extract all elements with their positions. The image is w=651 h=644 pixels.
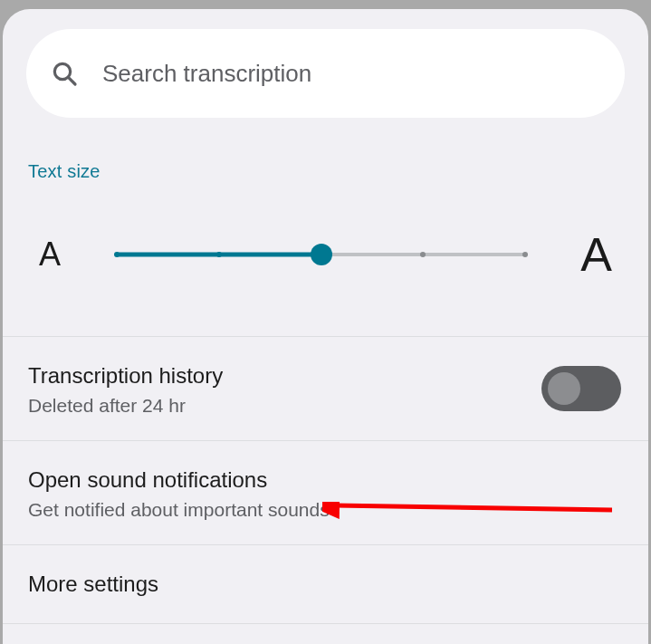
slider-tick bbox=[216, 252, 222, 257]
search-input[interactable] bbox=[102, 60, 607, 88]
transcription-history-toggle[interactable] bbox=[541, 366, 621, 411]
text-size-large-label: A bbox=[558, 227, 612, 282]
text-size-slider-row: A A bbox=[3, 182, 648, 336]
text-size-slider[interactable] bbox=[117, 245, 525, 264]
item-title: Transcription history bbox=[28, 360, 541, 392]
text-size-header: Text size bbox=[3, 118, 648, 182]
slider-tick bbox=[522, 252, 528, 257]
settings-sheet: Text size A A Transcription history Dele… bbox=[3, 9, 648, 644]
search-icon bbox=[50, 59, 79, 88]
divider bbox=[3, 623, 648, 624]
item-subtitle: Deleted after 24 hr bbox=[28, 395, 541, 417]
open-sound-notifications-item[interactable]: Open sound notifications Get notified ab… bbox=[3, 441, 648, 544]
svg-line-1 bbox=[69, 78, 75, 84]
item-title: Open sound notifications bbox=[28, 465, 623, 496]
item-texts: More settings bbox=[28, 569, 623, 601]
toggle-knob bbox=[548, 372, 580, 405]
item-subtitle: Get notified about important sounds bbox=[28, 499, 623, 521]
slider-tick bbox=[420, 252, 426, 257]
item-texts: Open sound notifications Get notified ab… bbox=[28, 465, 623, 521]
slider-thumb[interactable] bbox=[311, 244, 332, 265]
item-title: More settings bbox=[28, 569, 623, 601]
more-settings-item[interactable]: More settings bbox=[3, 545, 648, 624]
slider-tick bbox=[114, 252, 120, 257]
item-texts: Transcription history Deleted after 24 h… bbox=[28, 360, 541, 417]
text-size-small-label: A bbox=[39, 235, 84, 274]
search-bar[interactable] bbox=[26, 29, 625, 118]
transcription-history-item[interactable]: Transcription history Deleted after 24 h… bbox=[3, 337, 648, 440]
